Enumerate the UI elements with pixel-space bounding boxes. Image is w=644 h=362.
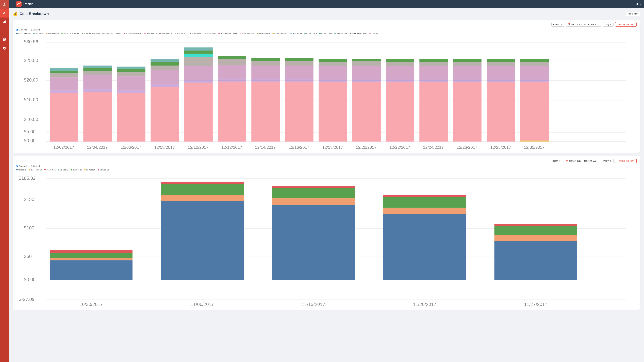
legend-AmazonSimpleDB: AmazonSimpleDB — [350, 32, 367, 34]
legend-AmazonSNS: AmazonSNS — [319, 32, 332, 34]
svg-rect-118 — [520, 141, 549, 142]
chart2-area: $185.32 $150 $100 $50 $0.00 $-27.09 — [16, 172, 636, 307]
svg-rect-84 — [352, 80, 381, 82]
legend-AmazonCloudWatch: AmazonCloudWatch — [102, 32, 121, 34]
svg-rect-51 — [184, 83, 213, 142]
svg-text:12/26/2017: 12/26/2017 — [456, 145, 477, 150]
svg-rect-63 — [218, 56, 246, 59]
chart2-filter-label: Region — [552, 160, 558, 162]
chart2-remove-button[interactable]: Remove this chart — [615, 159, 636, 163]
svg-text:10/30/2017: 10/30/2017 — [80, 302, 103, 307]
sidebar-item-user[interactable] — [0, 0, 9, 9]
svg-rect-132 — [50, 260, 132, 280]
chart2-display-mode: Grouped Stacked — [16, 165, 636, 167]
chart2-grouped-radio[interactable]: Grouped — [16, 165, 27, 167]
svg-point-8 — [637, 3, 638, 4]
legend-AmazonRDS: AmazonRDS — [257, 32, 270, 34]
svg-rect-134 — [50, 253, 132, 258]
chart1-interval-arrow: ⇅ — [610, 23, 612, 26]
user-menu[interactable]: ▾ — [636, 2, 641, 6]
chart2-interval-arrow: ⇅ — [610, 160, 612, 162]
svg-rect-65 — [251, 82, 280, 142]
page-title: Cost Breakdown — [20, 12, 49, 16]
chart2-filter-select[interactable]: Region ⇅ — [550, 159, 562, 163]
svg-rect-60 — [218, 79, 246, 82]
chart1-interval-select[interactable]: Daily ⇅ — [603, 22, 614, 27]
svg-text:11/20/2017: 11/20/2017 — [413, 302, 436, 307]
svg-rect-95 — [420, 82, 448, 142]
chart1-date-range[interactable]: 📅 Dec 1st 2017 → Dec 31st 2017 — [566, 22, 602, 27]
legend2-eu-west-2a: eu-west-2a — [44, 169, 56, 171]
chart1-stacked-radio[interactable]: Stacked — [30, 29, 40, 31]
svg-text:11/06/2017: 11/06/2017 — [190, 302, 214, 307]
chart1-filter-label: Product — [553, 23, 560, 26]
sidebar-item-barchart[interactable] — [0, 18, 9, 26]
svg-rect-69 — [251, 58, 280, 61]
svg-rect-62 — [218, 59, 246, 65]
svg-rect-143 — [272, 198, 355, 205]
legend2-us-west-2c: us-west-2c — [98, 169, 109, 171]
svg-rect-67 — [251, 66, 280, 79]
svg-rect-38 — [117, 90, 146, 93]
svg-rect-45 — [150, 84, 179, 87]
svg-rect-47 — [150, 66, 179, 70]
chart-card-1: Product ⇅ 📅 Dec 1st 2017 → Dec 31st 2017… — [13, 20, 640, 153]
legend-AmazonCloudFront: AmazonCloudFront — [82, 32, 100, 34]
chart1-display-mode: Grouped Stacked — [16, 29, 636, 31]
svg-text:$5.00: $5.00 — [24, 129, 36, 134]
svg-rect-110 — [486, 62, 515, 66]
chart2-stacked-radio[interactable]: Stacked — [30, 165, 40, 167]
svg-rect-98 — [420, 62, 448, 66]
legend-AmazonSWF: AmazonSWF — [334, 32, 347, 34]
svg-text:12/04/2017: 12/04/2017 — [87, 145, 108, 150]
svg-rect-2 — [4, 21, 4, 23]
svg-rect-137 — [161, 201, 244, 280]
svg-rect-107 — [486, 82, 515, 142]
svg-text:12/30/2017: 12/30/2017 — [524, 145, 545, 150]
svg-rect-28 — [50, 68, 78, 71]
app-name: TrackIt — [23, 2, 33, 6]
svg-rect-53 — [184, 66, 213, 80]
svg-rect-46 — [150, 70, 179, 84]
sidebar-item-linechart[interactable] — [0, 26, 9, 35]
legend-AmazonEFS: AmazonEFS — [190, 32, 202, 34]
svg-rect-25 — [50, 78, 78, 91]
sidebar-item-home[interactable] — [0, 9, 9, 18]
add-chart-button[interactable]: Add a chart — [626, 12, 640, 16]
svg-rect-103 — [453, 66, 482, 80]
chart1-grouped-radio[interactable]: Grouped — [16, 29, 27, 31]
svg-rect-23 — [50, 93, 78, 142]
svg-rect-87 — [352, 59, 381, 61]
svg-rect-39 — [117, 77, 146, 91]
svg-text:12/18/2017: 12/18/2017 — [322, 145, 343, 150]
svg-rect-109 — [486, 66, 515, 80]
svg-text:12/08/2017: 12/08/2017 — [154, 145, 175, 150]
sidebar-item-globe[interactable] — [0, 35, 9, 44]
legend-AmazonEC2: AmazonEC2 — [144, 32, 157, 34]
svg-text:$100: $100 — [24, 225, 34, 230]
svg-rect-79 — [318, 66, 347, 80]
svg-rect-133 — [50, 258, 132, 260]
svg-rect-89 — [386, 82, 414, 142]
svg-rect-111 — [486, 59, 515, 62]
hamburger-menu[interactable]: ☰ — [12, 2, 14, 6]
sidebar-item-settings[interactable] — [0, 44, 9, 53]
svg-rect-48 — [150, 62, 179, 66]
chart1-filter-select[interactable]: Product ⇅ — [552, 22, 564, 27]
legend-AmazonDynamoDB: AmazonDynamoDB — [124, 32, 142, 34]
chart2-date-range[interactable]: 📅 Nov 1st 2017 → Nov 30th 2017 — [564, 159, 599, 163]
chart2-interval-select[interactable]: Weekly ⇅ — [601, 159, 614, 163]
content-area: 💰 Cost Breakdown Add a chart Product ⇅ 📅… — [9, 8, 644, 362]
svg-text:$20.00: $20.00 — [24, 77, 38, 83]
svg-text:$0.00: $0.00 — [24, 138, 36, 143]
svg-rect-30 — [83, 92, 112, 142]
svg-rect-135 — [50, 250, 132, 252]
svg-rect-56 — [184, 51, 213, 54]
svg-rect-35 — [83, 66, 112, 68]
chart1-interval-label: Daily — [605, 23, 610, 26]
chart1-remove-button[interactable]: Remove this chart — [615, 22, 636, 27]
chart2-interval-label: Weekly — [603, 160, 609, 162]
svg-rect-101 — [453, 82, 482, 142]
svg-text:$15.00: $15.00 — [24, 97, 38, 102]
svg-rect-147 — [383, 214, 466, 280]
